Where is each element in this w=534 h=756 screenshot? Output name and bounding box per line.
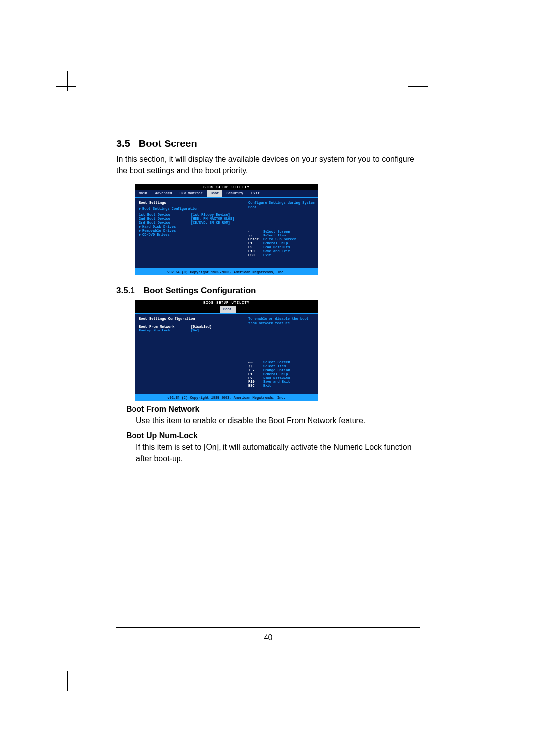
triangle-icon (139, 233, 141, 236)
bios-panel-header: Boot Settings Configuration (139, 317, 241, 321)
bios-submenu-boot-config: Boot Settings Configuration (139, 207, 241, 211)
bios-title: BIOS SETUP UTILITY (135, 184, 318, 190)
triangle-icon (139, 225, 141, 228)
bios-copyright: v02.54 (C) Copyright 1985-2003, American… (135, 395, 318, 401)
option-boot-from-network-desc: Use this item to enable or disable the B… (136, 415, 420, 426)
option-bootup-numlock-title: Boot Up Num-Lock (126, 431, 420, 440)
bios-submenu: Hard Disk Drives (139, 225, 241, 229)
bios-right-pane: Configure Settings during System Boot. ←… (245, 198, 318, 268)
bios-tab-row: MainAdvancedH/W MonitorBootSecurityExit (135, 190, 318, 197)
bios-tab-exit: Exit (247, 190, 264, 197)
bios-help-keys: ←→Select Screen↑↓Select Item+ -Change Op… (248, 360, 315, 388)
page-number: 40 (116, 633, 420, 642)
bios-help-key: ←→Select Screen (248, 230, 315, 234)
bios-help-key: + -Change Option (248, 368, 315, 372)
bios-tip: Configure Settings during System Boot. (248, 201, 315, 210)
triangle-icon (139, 229, 141, 232)
bios-screenshot-boot-settings-config: BIOS SETUP UTILITY Boot Boot Settings Co… (135, 300, 318, 401)
bios-help-key: F10Save and Exit (248, 249, 315, 253)
section-number: 3.5 (116, 138, 130, 149)
top-rule (116, 114, 420, 114)
bios-help-key: ESCExit (248, 384, 315, 388)
bios-tab-advanced: Advanced (151, 190, 176, 197)
section-title: Boot Settings Configuration (144, 286, 256, 296)
bios-help-key: F1General Help (248, 241, 315, 245)
bios-setting-row: Boot From Network[Disabled] (139, 325, 241, 329)
bios-help-key: ↑↓Select Item (248, 364, 315, 368)
bios-help-keys: ←→Select Screen↑↓Select ItemEnterGo to S… (248, 230, 315, 257)
bios-copyright: v02.54 (C) Copyright 1985-2003, American… (135, 269, 318, 275)
section-3-5-body: In this section, it will display the ava… (116, 153, 420, 176)
bios-boot-device-row: 1st Boot Device[1st Floppy Device] (139, 213, 241, 217)
bios-tab-h-w-monitor: H/W Monitor (176, 190, 206, 197)
bios-tab-main: Main (135, 190, 151, 197)
option-bootup-numlock-desc: If this item is set to [On], it will aut… (136, 441, 420, 464)
bios-tab-boot: Boot (207, 190, 223, 197)
page-content: 3.5 Boot Screen In this section, it will… (116, 114, 420, 469)
section-3-5-1-heading: 3.5.1 Boot Settings Configuration (116, 286, 420, 296)
bios-help-key: F10Save and Exit (248, 380, 315, 384)
bios-tab-row: Boot (135, 306, 318, 313)
bios-left-pane: Boot Settings Configuration Boot From Ne… (135, 314, 245, 394)
bios-help-key: F9Load Defaults (248, 376, 315, 380)
bios-help-key: F9Load Defaults (248, 245, 315, 249)
bios-help-key: ↑↓Select Item (248, 234, 315, 237)
bios-help-key: EnterGo to Sub Screen (248, 237, 315, 241)
crop-mark-bl (58, 669, 78, 689)
triangle-icon (139, 207, 141, 210)
bios-boot-device-row: 2nd Boot Device[HDD: PM-MAXTOR 6L08] (139, 217, 241, 221)
crop-mark-br (406, 669, 426, 689)
bios-submenu: CD/DVD Drives (139, 233, 241, 236)
bios-right-pane: To enable or disable the boot from netwo… (245, 314, 318, 394)
bios-left-pane: Boot Settings Boot Settings Configuratio… (135, 198, 245, 268)
bios-panel-header: Boot Settings (139, 201, 241, 205)
bios-help-key: ESCExit (248, 253, 315, 257)
crop-mark-tr (406, 73, 426, 93)
section-number: 3.5.1 (116, 286, 135, 296)
bios-help-key: F1General Help (248, 372, 315, 376)
footer-rule (116, 627, 420, 628)
bios-tab-boot: Boot (220, 306, 236, 313)
bios-help-key: ←→Select Screen (248, 360, 315, 364)
bios-tab-security: Security (222, 190, 247, 197)
section-3-5-heading: 3.5 Boot Screen (116, 138, 420, 149)
option-boot-from-network-title: Boot From Network (126, 405, 420, 414)
bios-screenshot-boot: BIOS SETUP UTILITY MainAdvancedH/W Monit… (135, 184, 318, 275)
crop-mark-tl (58, 73, 78, 93)
bios-submenu: Removable Drives (139, 229, 241, 233)
bios-title: BIOS SETUP UTILITY (135, 300, 318, 306)
bios-setting-row: Bootup Num-Lock[On] (139, 329, 241, 332)
bios-tip: To enable or disable the boot from netwo… (248, 317, 315, 326)
section-title: Boot Screen (139, 138, 197, 149)
bios-boot-device-row: 3rd Boot Device[CD/DVD: SM-CD-ROM] (139, 221, 241, 225)
